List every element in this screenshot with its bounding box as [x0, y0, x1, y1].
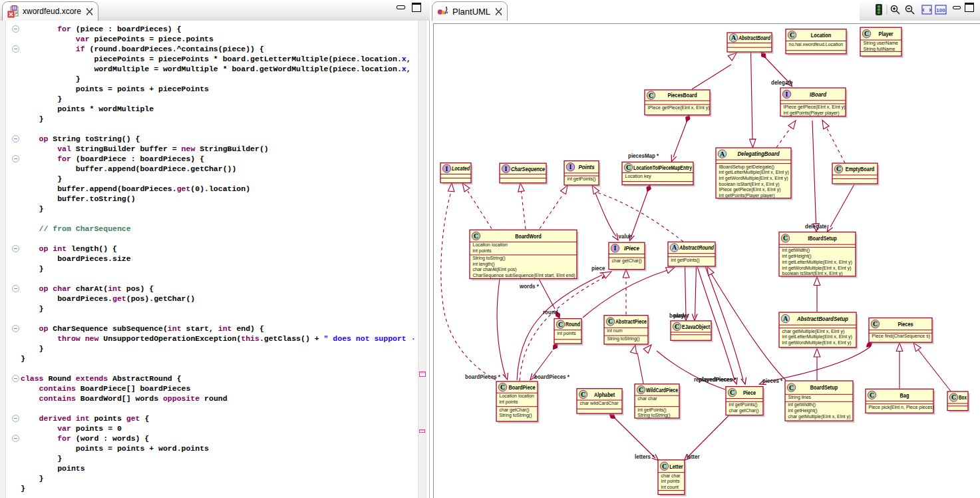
svg-text:BoardWord: BoardWord: [515, 232, 542, 240]
svg-text:A: A: [731, 34, 736, 41]
svg-text:AbstractBoard: AbstractBoard: [738, 34, 771, 41]
svg-text:int getWidth(): int getWidth(): [782, 247, 810, 253]
svg-text:words *: words *: [519, 284, 540, 290]
svg-text:delegate: delegate: [805, 224, 827, 230]
svg-text:C: C: [951, 393, 956, 401]
svg-text:playedPieces *: playedPieces *: [699, 377, 736, 383]
svg-text:String fullName: String fullName: [864, 46, 896, 52]
svg-text:C: C: [836, 165, 841, 172]
svg-text:int getPoints(): int getPoints(): [638, 407, 667, 413]
svg-text:int getWordMultiple(EInt x, EI: int getWordMultiple(EInt x, EInt y): [719, 175, 788, 181]
svg-text:BoardSetup: BoardSetup: [810, 383, 838, 391]
svg-text:EJavaObject: EJavaObject: [682, 323, 711, 330]
svg-text:Points: Points: [578, 163, 594, 170]
svg-text:char getChar(): char getChar(): [729, 407, 759, 413]
svg-text:C: C: [675, 323, 679, 330]
svg-text:C: C: [873, 320, 878, 328]
svg-text:Piece find(CharSequence s): Piece find(CharSequence s): [872, 333, 931, 339]
svg-text:int getLetterMultiple(EInt x,: int getLetterMultiple(EInt x, EInt y): [719, 169, 790, 175]
svg-text:LocationToIPieceMapEntry: LocationToIPieceMapEntry: [633, 164, 692, 171]
svg-text:int getPoints(Player player): int getPoints(Player player): [784, 110, 840, 116]
svg-text:delegate: delegate: [771, 80, 793, 86]
svg-text:A: A: [720, 150, 725, 158]
svg-text:String userName: String userName: [864, 40, 899, 46]
svg-text:char getChar(): char getChar(): [612, 258, 642, 264]
svg-text:int getLetterMultiple(EInt x,: int getLetterMultiple(EInt x, EInt y): [782, 334, 853, 340]
svg-text:int count: int count: [661, 484, 679, 490]
svg-text:Bag: Bag: [900, 391, 909, 399]
svg-text:boolean isStart(EInt x, EInt y: boolean isStart(EInt x, EInt y): [719, 181, 780, 187]
svg-text:int num: int num: [607, 328, 623, 334]
svg-text:letter: letter: [687, 454, 700, 460]
svg-text:C: C: [558, 321, 563, 328]
svg-text:int getWordMultiple(EInt x, EI: int getWordMultiple(EInt x, EInt y): [782, 265, 852, 271]
svg-text:char wildCardChar: char wildCardChar: [580, 400, 619, 406]
svg-text:AbstractBoardSetup: AbstractBoardSetup: [796, 315, 848, 322]
svg-text:EmptyBoard: EmptyBoard: [846, 165, 874, 172]
svg-text:boardPieces *: boardPieces *: [465, 374, 501, 380]
svg-text:AbstractRound: AbstractRound: [679, 244, 715, 251]
svg-text:round: round: [543, 310, 558, 316]
svg-text:IBoardSetup: IBoardSetup: [808, 234, 836, 242]
svg-text:Piece: Piece: [743, 389, 756, 396]
svg-text:DelegatingBoard: DelegatingBoard: [737, 150, 780, 157]
svg-text:String toString(): String toString(): [638, 412, 671, 418]
svg-text:Pieces: Pieces: [898, 320, 913, 328]
svg-text:player: player: [673, 313, 689, 319]
svg-text:piece: piece: [591, 266, 605, 272]
svg-text:I: I: [786, 91, 788, 98]
svg-text:A: A: [672, 244, 677, 251]
svg-text:int getPoints(): int getPoints(): [671, 257, 701, 263]
svg-text:piecesMap *: piecesMap *: [628, 153, 659, 159]
svg-text:IPiece: IPiece: [624, 244, 639, 252]
svg-text:C: C: [581, 391, 585, 398]
svg-text:int getPoints(): int getPoints(): [729, 401, 758, 407]
svg-text:CharSequence subSequence(EInt: CharSequence subSequence(EInt start, EIn…: [473, 272, 575, 278]
svg-text:C: C: [870, 391, 874, 399]
svg-text:pieces *: pieces *: [762, 378, 783, 384]
svg-text:String lines: String lines: [788, 394, 812, 400]
svg-text:String toString(): String toString(): [500, 412, 532, 418]
svg-text:char char: char char: [661, 473, 681, 479]
svg-text:C: C: [662, 463, 667, 470]
svg-text:int getWidth(): int getWidth(): [788, 401, 816, 407]
svg-text:int points: int points: [500, 399, 518, 405]
svg-text:Location key: Location key: [625, 173, 651, 179]
svg-text:C: C: [474, 232, 478, 240]
svg-text:C: C: [608, 318, 613, 325]
svg-text:C: C: [639, 386, 643, 393]
svg-text:C: C: [864, 30, 869, 37]
svg-text:C: C: [730, 389, 735, 396]
svg-text:Location: Location: [811, 31, 831, 39]
svg-text:int getPoints(): int getPoints(): [568, 176, 597, 182]
svg-text:Located: Located: [452, 164, 470, 172]
svg-text:WildCardPiece: WildCardPiece: [646, 386, 678, 393]
svg-text:int points: int points: [473, 248, 492, 254]
svg-text:Piece pick(EInt n, Piece piece: Piece pick(EInt n, Piece pieces): [869, 404, 935, 410]
svg-text:char getChar(): char getChar(): [500, 407, 530, 413]
svg-text:value: value: [619, 234, 633, 240]
svg-text:int getWordMultiple(EInt x, EI: int getWordMultiple(EInt x, EInt y): [782, 340, 852, 346]
svg-text:char getMultiple(EInt x, EInt: char getMultiple(EInt x, EInt y): [788, 413, 851, 419]
svg-text:IBoard: IBoard: [810, 91, 827, 98]
svg-text:Location location: Location location: [473, 242, 508, 248]
svg-text:CharSequence: CharSequence: [511, 165, 545, 172]
svg-text:IPiece getPiece(EInt x, EInt y: IPiece getPiece(EInt x, EInt y): [648, 105, 710, 111]
svg-text:I: I: [505, 165, 508, 172]
svg-text:no.hal.xwordfeud.Location: no.hal.xwordfeud.Location: [789, 41, 844, 47]
svg-text:IBoardSetup getDelegate(): IBoardSetup getDelegate(): [719, 164, 775, 170]
svg-text:char char: char char: [638, 395, 658, 401]
svg-text:String toString(): String toString(): [607, 336, 640, 342]
svg-text:int getPoints(Player player): int getPoints(Player player): [719, 192, 775, 198]
svg-text:I: I: [614, 244, 617, 252]
svg-text:BoardPiece: BoardPiece: [508, 383, 535, 391]
svg-text:I: I: [570, 163, 572, 170]
svg-text:Location location: Location location: [500, 393, 535, 399]
svg-text:int points: int points: [558, 330, 576, 336]
svg-text:A: A: [783, 315, 788, 322]
svg-text:int length(): int length(): [473, 261, 495, 267]
svg-text:int getHeight(): int getHeight(): [788, 407, 818, 413]
svg-text:Letter: Letter: [669, 463, 683, 470]
svg-text:PiecesBoard: PiecesBoard: [667, 91, 697, 99]
svg-text:Alphabet: Alphabet: [594, 391, 615, 398]
